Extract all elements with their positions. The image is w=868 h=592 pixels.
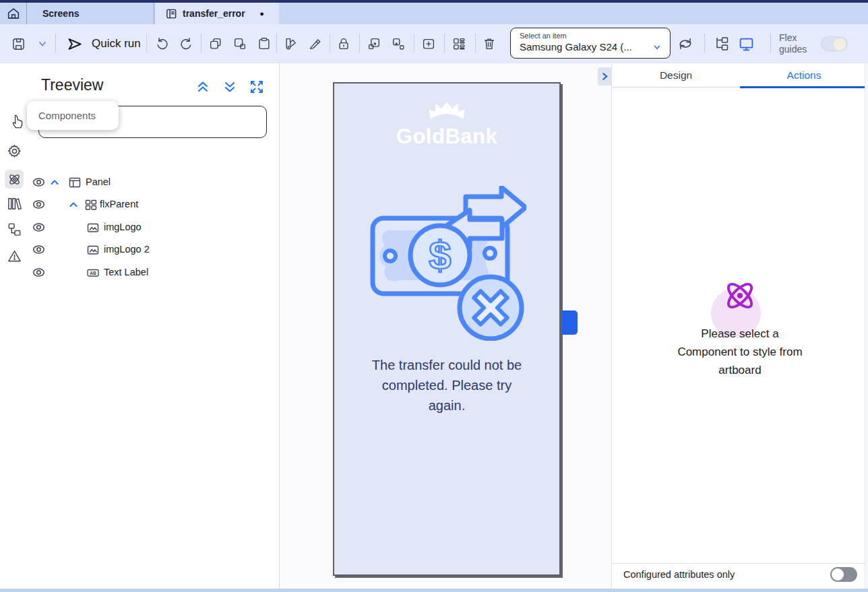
visibility-eye-icon[interactable]	[32, 198, 45, 213]
brand-logo-block[interactable]: GoldBank	[334, 97, 559, 149]
lock-group	[335, 24, 352, 63]
delete-button[interactable]	[480, 35, 498, 53]
chevron-up-icon[interactable]	[49, 177, 60, 191]
tab-screens-label: Screens	[42, 8, 79, 19]
copy-icon	[208, 36, 223, 51]
redo-button[interactable]	[177, 35, 195, 53]
add-group	[420, 24, 437, 63]
brush-button[interactable]	[307, 35, 324, 53]
tree-row-panel[interactable]: Panel	[27, 172, 279, 193]
warnings-rail-button[interactable]	[5, 246, 24, 265]
components-rail-button[interactable]	[5, 170, 24, 189]
preview-monitor-button[interactable]	[737, 35, 755, 53]
view-group	[713, 24, 755, 63]
panel-collapse-button[interactable]	[598, 67, 612, 86]
device-selector-label: Select an item	[520, 32, 662, 40]
gear-icon	[7, 143, 22, 159]
tree-item-label[interactable]: Panel	[86, 176, 111, 187]
library-rail-button[interactable]	[5, 194, 24, 213]
expand-all-button[interactable]	[222, 79, 237, 94]
hierarchy-view-button[interactable]	[713, 35, 731, 53]
image-widget-icon	[87, 222, 99, 236]
copy-button[interactable]	[207, 35, 224, 53]
error-message-label[interactable]: The transfer could not be completed. Ple…	[366, 355, 528, 416]
paste-button[interactable]	[255, 35, 273, 53]
home-icon	[6, 6, 21, 21]
undo-button[interactable]	[153, 35, 170, 53]
play-icon	[65, 35, 84, 53]
save-options-button[interactable]	[34, 35, 51, 53]
tab-transfer-error[interactable]: transfer_error ●	[155, 3, 279, 24]
toggle-knob	[832, 568, 844, 581]
ungroup-button[interactable]	[390, 35, 407, 53]
save-button[interactable]	[9, 35, 27, 53]
visibility-eye-icon[interactable]	[32, 243, 45, 259]
tree-row-imglogo2[interactable]: imgLogo 2	[27, 239, 279, 261]
phone-artboard[interactable]: GoldBank $ The transfer could not be com…	[333, 82, 561, 576]
structure-rail-button[interactable]	[5, 220, 24, 238]
delete-group	[480, 24, 498, 63]
history-group	[153, 24, 195, 63]
tab-design[interactable]: Design	[612, 63, 740, 87]
components-tooltip: Components	[27, 101, 119, 130]
device-selector[interactable]: Select an item Samsung Galaxy S24 (...	[510, 28, 671, 59]
home-button[interactable]	[0, 3, 27, 24]
chevron-right-icon	[600, 72, 609, 81]
clipboard-group	[207, 24, 273, 63]
transfer-error-illustration[interactable]: $	[370, 186, 526, 341]
collapse-all-button[interactable]	[195, 79, 210, 94]
save-icon	[11, 36, 26, 52]
tab-actions[interactable]: Actions	[740, 63, 868, 87]
toolbar-divider	[475, 34, 476, 53]
dollar-sign: $	[429, 233, 451, 278]
toggle-knob	[834, 38, 846, 51]
lock-button[interactable]	[335, 35, 352, 53]
text-label-widget-icon: AB	[87, 267, 99, 282]
tree-row-imglogo[interactable]: imgLogo	[27, 217, 279, 238]
tree-item-label[interactable]: imgLogo	[104, 222, 142, 232]
flex-container-icon	[85, 199, 97, 213]
expand-panel-button[interactable]	[249, 79, 264, 94]
visibility-eye-icon[interactable]	[32, 266, 45, 282]
banknote-dot-left	[385, 251, 396, 261]
brush-icon	[308, 36, 323, 51]
brand-name: GoldBank	[334, 125, 559, 149]
refresh-button[interactable]	[677, 35, 694, 53]
visibility-eye-icon[interactable]	[32, 221, 45, 236]
add-container-button[interactable]	[420, 35, 437, 53]
chevron-up-icon[interactable]	[68, 199, 79, 213]
configured-attributes-toggle[interactable]	[830, 567, 857, 582]
toolbar-divider	[444, 34, 445, 53]
tree-item-label[interactable]: imgLogo 2	[104, 244, 150, 255]
grid-icon	[452, 36, 466, 51]
lock-icon	[336, 36, 351, 51]
scrollbar-track[interactable]	[865, 63, 868, 589]
settings-rail-button[interactable]	[5, 141, 24, 160]
tree-item-label[interactable]: Text Label	[104, 267, 148, 277]
refresh-group	[677, 24, 694, 63]
components-grid-button[interactable]	[450, 35, 468, 53]
window-top-strip	[0, 0, 868, 3]
tree-item-label[interactable]: flxParent	[100, 199, 138, 209]
toolbar-divider	[55, 34, 56, 53]
tree-row-textlabel[interactable]: AB Text Label	[27, 262, 279, 284]
tab-screens[interactable]: Screens	[28, 3, 154, 24]
tree-structure-icon	[7, 222, 22, 237]
chevron-down-icon	[37, 38, 48, 49]
ungroup-icon	[391, 36, 406, 51]
flex-guides-toggle[interactable]	[821, 36, 848, 51]
theme-button[interactable]	[282, 35, 300, 53]
properties-footer: Configured attributes only	[612, 563, 868, 585]
quick-run-button[interactable]: Quick run	[65, 24, 141, 63]
quick-run-label: Quick run	[92, 37, 141, 51]
components-atom-icon	[7, 172, 22, 187]
empty-state-message: Please select a Component to style from …	[671, 325, 809, 379]
properties-tabs: Design Actions	[612, 63, 868, 88]
configured-attributes-label: Configured attributes only	[623, 569, 735, 580]
double-chevron-up-icon	[195, 79, 210, 94]
visibility-eye-icon[interactable]	[32, 176, 45, 191]
artboard-selection-handle[interactable]	[562, 310, 578, 335]
group-button[interactable]	[365, 35, 383, 53]
tree-row-flxparent[interactable]: flxParent	[27, 194, 279, 216]
duplicate-button[interactable]	[231, 35, 249, 53]
